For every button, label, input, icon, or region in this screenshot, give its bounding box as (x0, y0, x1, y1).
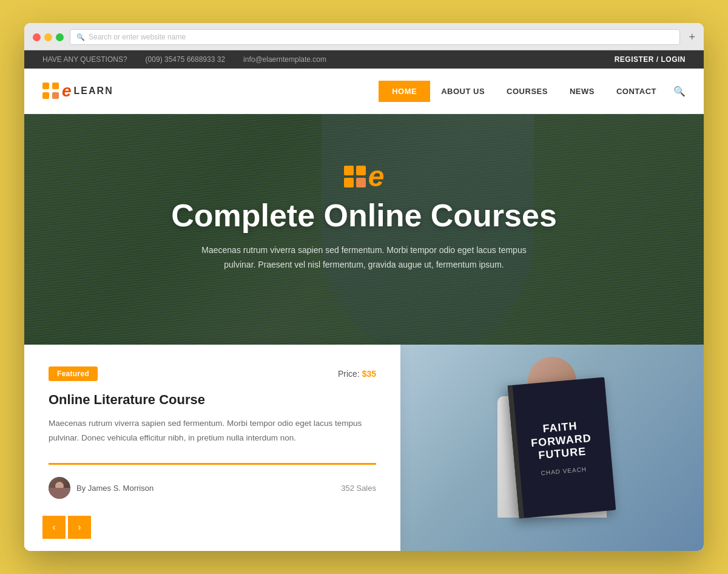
minimize-button[interactable] (44, 33, 52, 41)
close-button[interactable] (33, 33, 41, 41)
hero-logo-sq2 (356, 166, 366, 175)
card-header: Featured Price: $35 (49, 366, 376, 381)
hero-title: Complete Online Courses (171, 197, 557, 234)
nav-link-courses[interactable]: COURSES (496, 81, 559, 102)
nav-link-news[interactable]: NEWS (559, 81, 605, 102)
logo-square-3 (42, 92, 49, 99)
card-footer: By James S. Morrison 352 Sales (49, 463, 376, 499)
logo-letter-e: e (62, 83, 72, 100)
hero-logo-sq1 (344, 166, 354, 175)
logo-icon (42, 83, 59, 100)
book-cover: FAITH FORWARD FUTURE CHAD VEACH (508, 377, 616, 518)
prev-button[interactable]: ‹ (42, 516, 66, 539)
hero-background-person (322, 114, 534, 357)
nav-item-news[interactable]: NEWS (559, 81, 605, 102)
hero-logo-sq4 (356, 178, 366, 187)
register-login-link[interactable]: REGISTER / LOGIN (615, 55, 686, 64)
logo-square-1 (42, 83, 49, 89)
window-controls (33, 33, 64, 41)
course-card: Featured Price: $35 Online Literature Co… (24, 345, 400, 551)
new-tab-button[interactable]: + (689, 31, 695, 44)
hero-subtitle: Maecenas rutrum viverra sapien sed ferme… (201, 243, 526, 272)
course-image: FAITH FORWARD FUTURE CHAD VEACH (400, 345, 704, 551)
nav-menu: HOME ABOUT US COURSES NEWS CONTACT 🔍 (379, 81, 686, 102)
email-address: info@elaerntemplate.com (243, 55, 326, 64)
have-questions-text: HAVE ANY QUESTIONS? (42, 55, 127, 64)
logo-square-2 (52, 83, 59, 89)
search-button[interactable]: 🔍 (673, 86, 686, 97)
logo-square-4 (52, 92, 59, 99)
nav-item-home[interactable]: HOME (379, 81, 430, 102)
author-name: By James S. Morrison (76, 484, 153, 493)
phone-number: (009) 35475 6688933 32 (146, 55, 225, 64)
price-label: Price: $35 (338, 369, 376, 379)
url-placeholder: Search or enter website name (89, 33, 186, 41)
price-value: $35 (362, 369, 376, 379)
course-description: Maecenas rutrum viverra sapien sed ferme… (49, 416, 376, 445)
browser-chrome: 🔍 Search or enter website name + (24, 23, 704, 50)
hero-logo-grid (344, 166, 366, 187)
search-icon: 🔍 (76, 33, 85, 41)
hero-logo-sq3 (344, 178, 354, 187)
top-bar: HAVE ANY QUESTIONS? (009) 35475 6688933 … (24, 50, 704, 69)
book-author: CHAD VEACH (541, 465, 587, 476)
sales-count: 352 Sales (341, 484, 376, 493)
author-info: By James S. Morrison (49, 477, 153, 499)
nav-link-home[interactable]: HOME (379, 81, 430, 102)
browser-window: 🔍 Search or enter website name + HAVE AN… (24, 23, 704, 551)
nav-item-about[interactable]: ABOUT US (430, 81, 496, 102)
book-title: FAITH FORWARD FUTURE (530, 419, 593, 463)
hero-section: e Complete Online Courses Maecenas rutru… (24, 114, 704, 357)
nav-link-about[interactable]: ABOUT US (430, 81, 496, 102)
nav-link-contact[interactable]: CONTACT (605, 81, 667, 102)
hero-logo: e (344, 162, 385, 191)
hero-logo-e: e (368, 162, 385, 191)
course-title: Online Literature Course (49, 392, 376, 408)
author-avatar (49, 477, 70, 499)
nav-item-courses[interactable]: COURSES (496, 81, 559, 102)
course-section: Featured Price: $35 Online Literature Co… (24, 345, 704, 551)
next-button[interactable]: › (68, 516, 91, 539)
maximize-button[interactable] (56, 33, 64, 41)
logo[interactable]: e LEARN (42, 83, 113, 100)
nav-item-contact[interactable]: CONTACT (605, 81, 667, 102)
logo-learn-text: LEARN (74, 86, 113, 96)
featured-badge: Featured (49, 366, 98, 381)
carousel-controls: ‹ › (42, 516, 91, 539)
navbar: e LEARN HOME ABOUT US COURSES NEWS CONTA… (24, 69, 704, 114)
url-bar[interactable]: 🔍 Search or enter website name (70, 29, 680, 45)
